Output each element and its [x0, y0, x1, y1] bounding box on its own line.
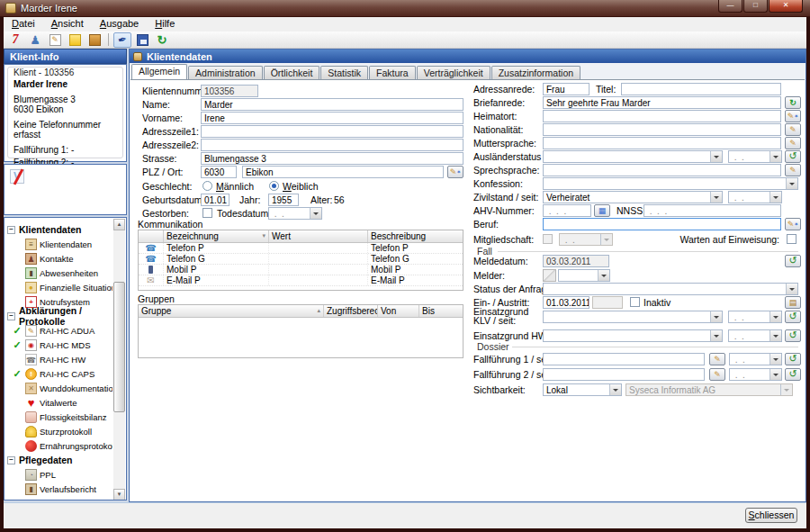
radio-maennlich[interactable] — [202, 181, 212, 191]
fallfuehrung2-field[interactable] — [543, 368, 705, 381]
geburtsdatum-field[interactable]: 01.01 — [201, 194, 230, 206]
melder-combo[interactable] — [558, 269, 610, 282]
warten-einweisung-checkbox[interactable] — [787, 234, 796, 244]
chevron-down-icon[interactable] — [710, 311, 722, 322]
menu-hilfe[interactable]: Hilfe — [147, 17, 183, 32]
close-button[interactable]: ✕ — [769, 0, 803, 13]
nnss-field[interactable]: . . . — [644, 204, 781, 217]
ort-field[interactable]: Ebikon — [242, 166, 444, 178]
muttersprache-field[interactable] — [543, 137, 781, 149]
fallfuehrung1-edit-button[interactable]: ✎ — [709, 353, 725, 365]
table-row[interactable]: Mobil P Mobil P — [139, 265, 463, 275]
menu-ansicht[interactable]: Ansicht — [43, 17, 92, 32]
minimize-button[interactable]: — — [718, 0, 742, 13]
briefanrede-field[interactable]: Sehr geehrte Frau Marder — [543, 96, 781, 109]
scrollbar-thumb[interactable] — [113, 282, 125, 412]
gestorben-checkbox[interactable] — [202, 208, 212, 218]
signature-pen-button[interactable]: ✒ — [113, 32, 131, 48]
todesdatum-combo[interactable]: . . — [268, 207, 322, 220]
bis-column-header[interactable]: Bis — [419, 305, 463, 317]
meldedatum-history-button[interactable]: ↺ — [785, 255, 801, 267]
jahr-field[interactable]: 1955 — [268, 194, 299, 206]
chevron-down-icon[interactable] — [770, 151, 781, 162]
weiblich-label[interactable]: Weiblich — [283, 181, 319, 192]
maximize-button[interactable]: □ — [743, 0, 768, 13]
plz-wand-button[interactable]: ✎ — [447, 166, 464, 178]
tree-group-abklaerungen[interactable]: Abklärungen / Protokolle — [7, 309, 112, 323]
tab-oertlichkeit[interactable]: Örtlichkeit — [264, 66, 320, 79]
name-field[interactable]: Marder — [201, 98, 464, 111]
beruf-field[interactable] — [543, 218, 781, 230]
scroll-down-icon[interactable]: ▼ — [113, 489, 125, 500]
note-button[interactable] — [66, 32, 84, 48]
refresh-button[interactable]: ↻ — [153, 32, 171, 48]
chevron-down-icon[interactable] — [770, 369, 781, 380]
einsatzgrund-klv-seit-combo[interactable]: . . — [728, 311, 782, 323]
adresszeile2-field[interactable] — [201, 139, 464, 151]
fallfuehrung2-edit-button[interactable]: ✎ — [709, 368, 725, 381]
address-book-button[interactable] — [86, 32, 104, 48]
fallfuehrung2-history-button[interactable]: ↺ — [785, 368, 801, 381]
einsatzgrund-klv-combo[interactable] — [543, 311, 723, 323]
tree-item-ppl[interactable]: PPL — [7, 467, 112, 482]
chevron-down-icon[interactable] — [598, 270, 609, 281]
tree-item-vitalwerte[interactable]: Vitalwerte — [7, 395, 112, 410]
briefanrede-refresh-button[interactable]: ↻ — [785, 96, 801, 109]
tree-item-fluessigkeitsbilanz[interactable]: Flüssigkeitsbilanz — [7, 410, 112, 424]
auslaenderstatus-combo[interactable] — [543, 150, 723, 163]
wert-column-header[interactable]: Wert — [269, 230, 368, 242]
tree-item-rai-hc-caps[interactable]: RAI-HC CAPS — [7, 366, 112, 381]
table-row[interactable]: ✉ E-Mail P E-Mail P — [139, 275, 463, 286]
ein-austritt-copy-button[interactable]: ▤ — [785, 296, 801, 309]
table-row[interactable]: ☎ Telefon P Telefon P — [139, 243, 463, 254]
auslaenderstatus-seit-combo[interactable]: . . — [728, 150, 782, 163]
tree-item-abwesenheiten[interactable]: Abwesenheiten — [7, 266, 112, 280]
adresszeile1-field[interactable] — [201, 125, 464, 138]
save-button[interactable] — [133, 32, 151, 48]
einsatzgrund-klv-history-button[interactable]: ↺ — [785, 311, 801, 323]
zugriff-column-header[interactable]: Zugriffsberec... — [324, 305, 378, 317]
collapse-icon[interactable] — [7, 226, 15, 234]
tree-item-klientendaten[interactable]: Klientendaten — [7, 237, 112, 251]
beruf-wand-button[interactable]: ✎ — [785, 218, 801, 230]
menu-ausgabe[interactable]: Ausgabe — [92, 17, 147, 32]
tree-group-pflegedaten[interactable]: Pflegedaten — [7, 453, 112, 467]
tab-statistik[interactable]: Statistik — [320, 66, 368, 79]
icon-column-header[interactable] — [139, 230, 164, 242]
maennlich-label[interactable]: Männlich — [216, 181, 254, 192]
tree-item-wunddokumentation[interactable]: Wunddokumentation — [7, 381, 112, 395]
tab-zusatzinformation[interactable]: Zusatzinformation — [491, 66, 580, 79]
einsatzgrund-hw-combo[interactable] — [543, 329, 723, 342]
chevron-down-icon[interactable] — [770, 311, 781, 322]
chevron-down-icon[interactable] — [770, 354, 781, 365]
menu-datei[interactable]: Datei — [4, 17, 43, 32]
chevron-down-icon[interactable] — [786, 178, 797, 189]
bezeichnung-column-header[interactable]: Bezeichnung▾ — [164, 230, 269, 242]
beschreibung-column-header[interactable]: Beschreibung — [368, 230, 463, 242]
mitgliedschaft-checkbox[interactable] — [543, 234, 553, 244]
chevron-down-icon[interactable] — [710, 151, 722, 162]
tree-group-klientendaten[interactable]: Klientendaten — [7, 222, 112, 237]
fallfuehrung2-seit-combo[interactable]: . . — [729, 368, 782, 381]
tab-administration[interactable]: Administration — [188, 66, 263, 79]
tree-scrollbar[interactable]: ▲ ▼ — [113, 219, 125, 500]
tree-item-rai-hc-hw[interactable]: RAI-HC HW — [7, 352, 112, 366]
client-person-button[interactable]: ♟ — [26, 32, 44, 48]
chevron-down-icon[interactable] — [310, 208, 321, 219]
title-bar[interactable]: Marder Irene — □ ✕ — [0, 0, 810, 17]
gruppe-column-header[interactable]: Gruppe▴ — [139, 305, 324, 317]
muttersprache-edit-button[interactable]: ✎ — [785, 137, 801, 149]
radio-weiblich[interactable] — [269, 181, 279, 191]
eintritt-field[interactable]: 01.03.2011 — [543, 296, 590, 309]
table-row[interactable]: ☎ Telefon G Telefon G — [139, 254, 463, 265]
inaktiv-checkbox[interactable] — [630, 297, 640, 307]
strasse-field[interactable]: Blumengasse 3 — [201, 152, 464, 165]
edit-document-button[interactable]: ✎ — [46, 32, 64, 48]
sprechsprache-edit-button[interactable]: ✎ — [785, 164, 801, 176]
fallfuehrung1-field[interactable] — [543, 353, 705, 365]
tab-allgemein[interactable]: Allgemein — [131, 64, 187, 79]
heimatort-wand-button[interactable]: ✎ — [785, 110, 801, 122]
tree-item-ernaehrungsprotokoll[interactable]: Ernährungsprotokoll — [7, 438, 112, 453]
chevron-down-icon[interactable] — [786, 284, 797, 294]
status-anfrage-combo[interactable] — [543, 283, 798, 295]
